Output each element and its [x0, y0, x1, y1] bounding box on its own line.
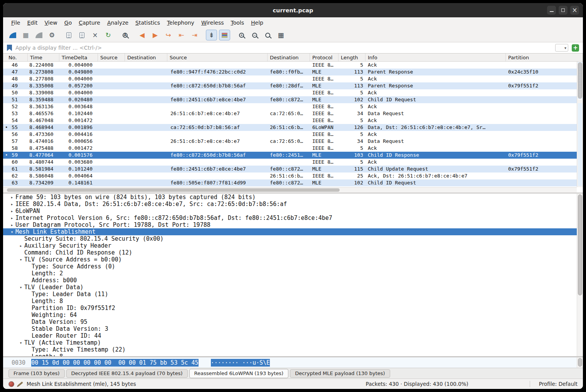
close-file-button[interactable]: × [89, 30, 101, 40]
auto-scroll-button[interactable]: ⇟ [206, 30, 217, 40]
tree-item[interactable]: ▾Mesh Link Establishment [3, 228, 577, 235]
reload-button[interactable]: ↻ [103, 30, 114, 40]
zoom-reset-button[interactable] [262, 30, 273, 40]
tree-item[interactable]: ▸Frame 59: 103 bytes on wire (824 bits),… [3, 194, 577, 201]
menu-item-capture[interactable]: Capture [75, 18, 104, 27]
resize-columns-button[interactable]: ▦ [275, 30, 286, 40]
packet-row[interactable]: 468.2240080.004000IEEE 8…5Ack [3, 62, 577, 69]
add-filter-button-icon[interactable] [572, 44, 579, 52]
column-header-delta[interactable]: TimeDelta [59, 54, 98, 61]
expander-closed-icon[interactable]: ▸ [8, 209, 15, 214]
packet-row[interactable]: 578.4740160.00065626:51:c6:b7:e8:ce:4b:e… [3, 138, 577, 145]
window-minimize-button[interactable] [547, 6, 556, 15]
find-packet-button[interactable]: A [120, 30, 131, 40]
expander-closed-icon[interactable]: ▸ [8, 195, 15, 200]
window-close-button[interactable]: × [570, 6, 579, 15]
tree-item[interactable]: ▾TLV (Source Address = b0:00) [3, 256, 577, 263]
expander-open-icon[interactable]: ▾ [8, 230, 15, 235]
tree-item[interactable]: ▸6LoWPAN [3, 208, 577, 214]
tree-item[interactable]: Weighting: 64 [3, 312, 577, 318]
expander-closed-icon[interactable]: ▸ [8, 223, 15, 228]
tree-item[interactable]: Partition ID: 0x79f551f2 [3, 305, 577, 312]
tree-item[interactable]: Length: 2 [3, 270, 577, 277]
tree-item[interactable]: Stable Data Version: 3 [3, 325, 577, 332]
menu-item-view[interactable]: View [41, 18, 61, 27]
zoom-out-button[interactable]: − [249, 30, 260, 40]
byte-view-scrollbar[interactable] [577, 357, 583, 368]
tree-item[interactable]: Address: b000 [3, 277, 577, 284]
menu-item-tools[interactable]: Tools [227, 18, 248, 27]
column-header-part[interactable]: Partition [506, 54, 583, 61]
save-file-button[interactable] [76, 30, 88, 40]
packet-row[interactable]: 588.4754880.001472IEEE 8…5Ack [3, 145, 577, 152]
go-back-button[interactable]: ◀ [136, 30, 148, 40]
packet-row[interactable]: 508.3390080.004000IEEE 8…5Ack [3, 89, 577, 96]
byte-tab[interactable]: Decrypted IEEE 802.15.4 payload (70 byte… [66, 369, 188, 378]
restart-capture-button[interactable] [33, 30, 44, 40]
column-header-proto[interactable]: Protocol [310, 54, 338, 61]
packet-row[interactable]: 638.7342090.148161fe80::505e:f807:7f81:4… [3, 179, 577, 186]
byte-tab[interactable]: Reassembled 6LoWPAN (193 bytes) [189, 369, 289, 378]
packet-row[interactable]: 568.4733600.004416IEEE 8…5Ack [3, 131, 577, 138]
menu-item-analyze[interactable]: Analyze [104, 18, 132, 27]
hex-ascii-selected[interactable]: ········ ···u·S\E [211, 359, 270, 367]
display-filter-input[interactable] [15, 45, 552, 51]
packet-row[interactable]: 478.2738080.049800fe80::947f:f476:22bc:c… [3, 69, 577, 75]
expander-closed-icon[interactable]: ▸ [17, 243, 24, 248]
packet-row[interactable]: 488.2778080.004000IEEE 8…5Ack [3, 75, 577, 82]
column-header-time[interactable]: Time [28, 54, 59, 61]
tree-item[interactable]: Length: 8 [3, 353, 577, 356]
tree-item[interactable]: ▾TLV (Active Timestamp) [3, 339, 577, 346]
menu-item-statistics[interactable]: Statistics [132, 18, 163, 27]
byte-view-scrollbar-thumb[interactable] [578, 358, 582, 367]
window-maximize-button[interactable] [559, 6, 567, 15]
tree-item[interactable]: ▸Auxiliary Security Header [3, 242, 577, 249]
column-header-len[interactable]: Length [338, 54, 365, 61]
packet-row[interactable]: 598.4770640.001576fe80::c872:650d:b7b8:5… [3, 152, 577, 159]
capture-comment-icon[interactable] [18, 382, 23, 386]
column-header-dst2[interactable]: Destination [268, 54, 310, 61]
capture-options-button[interactable]: ⚙ [46, 30, 57, 40]
column-header-no[interactable]: No. [3, 54, 28, 61]
menu-item-edit[interactable]: Edit [24, 18, 41, 27]
filter-dropdown-icon[interactable] [555, 44, 568, 52]
packet-row[interactable]: 628.5860480.00406426:51:c6:b…IEEE 8…25Ac… [3, 173, 577, 179]
packet-row[interactable]: 518.3594880.020480fe80::2451:c6b7:e8ce:4… [3, 96, 577, 103]
go-last-packet-button[interactable]: ⇥ [189, 30, 200, 40]
column-header-info[interactable]: Info [365, 54, 506, 61]
tree-item[interactable]: Type: Active Timestamp (22) [3, 346, 577, 353]
menu-item-wireless[interactable]: Wireless [198, 18, 227, 27]
colorize-button[interactable] [219, 30, 230, 40]
column-header-dst1[interactable]: Destination [125, 54, 167, 61]
packet-list-scrollbar-thumb[interactable] [578, 62, 582, 99]
tree-item[interactable]: ▸User Datagram Protocol, Src Port: 19788… [3, 221, 577, 228]
expander-open-icon[interactable]: ▾ [17, 257, 24, 262]
stop-capture-button[interactable]: ■ [20, 30, 31, 40]
detail-scrollbar[interactable] [577, 194, 583, 356]
packet-row[interactable]: 498.3350080.057200fe80::c872:650d:b7b8:5… [3, 82, 577, 89]
menu-item-telephony[interactable]: Telephony [163, 18, 198, 27]
column-header-src2[interactable]: Source [167, 54, 268, 61]
tree-item[interactable]: Leader Router ID: 44 [3, 332, 577, 339]
profile-text[interactable]: Profile: Default [539, 381, 578, 387]
detail-scrollbar-thumb[interactable] [578, 194, 582, 295]
menu-item-file[interactable]: File [8, 18, 24, 27]
tree-item[interactable]: Length: 8 [3, 298, 577, 305]
tree-item[interactable]: Type: Source Address (0) [3, 263, 577, 270]
packet-list-scrollbar[interactable] [577, 62, 583, 187]
go-forward-button[interactable]: ▶ [150, 30, 161, 40]
packet-row[interactable]: 618.5819840.101240fe80::2451:c6b7:e8ce:4… [3, 166, 577, 173]
start-capture-button[interactable] [7, 30, 18, 40]
expander-closed-icon[interactable]: ▸ [8, 202, 15, 207]
column-header-src1[interactable]: Source [98, 54, 125, 61]
packet-list-hscrollbar-thumb[interactable] [7, 188, 340, 192]
filter-bookmark-icon[interactable] [7, 45, 12, 51]
packet-row[interactable]: 558.4689440.001896ca:72:65:0d:b7:b8:56:a… [3, 124, 577, 131]
packet-row[interactable]: 548.4670480.001472IEEE 8…5Ack [3, 117, 577, 124]
tree-item[interactable]: Security Suite: 802.15.4 Security (0x00) [3, 235, 577, 242]
go-to-packet-button[interactable]: ↪ [163, 30, 174, 40]
zoom-in-button[interactable]: + [236, 30, 247, 40]
byte-tab[interactable]: Decrypted MLE payload (130 bytes) [290, 369, 390, 378]
packet-row[interactable]: 538.4655760.10244026:51:c6:b7:e8:ce:4b:e… [3, 110, 577, 117]
packet-row[interactable]: 608.4807440.003680IEEE 8…5Ack [3, 159, 577, 166]
